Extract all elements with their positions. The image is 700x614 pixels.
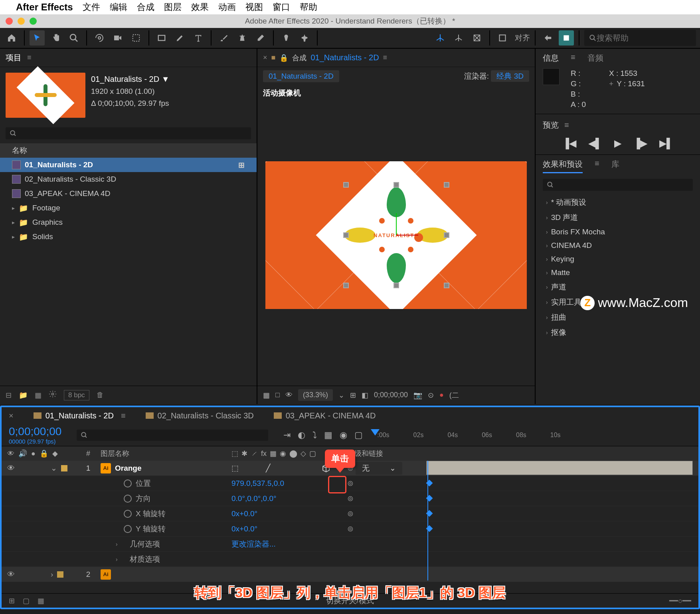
toggle-switches-button[interactable]: ⊞ xyxy=(9,596,15,605)
stopwatch-icon[interactable] xyxy=(124,479,132,487)
viewer-timecode[interactable]: 0;00;00;00 xyxy=(374,391,408,399)
expression-pickwhip-icon[interactable]: ⊚ xyxy=(347,509,354,518)
snapping-checkbox[interactable] xyxy=(495,30,510,46)
project-item[interactable]: 01_Naturalists - 2D ⊞ xyxy=(0,158,257,172)
preview-tab[interactable]: 预览 xyxy=(543,120,559,131)
close-panel-icon[interactable]: × xyxy=(263,53,267,62)
timeline-track-area[interactable] xyxy=(426,461,693,593)
property-value[interactable]: 0x+0.0° xyxy=(231,509,257,518)
puppet-tool[interactable] xyxy=(297,30,312,46)
expression-pickwhip-icon[interactable]: ⊚ xyxy=(347,494,354,503)
stopwatch-icon[interactable] xyxy=(124,495,132,503)
project-search[interactable] xyxy=(6,127,251,139)
lock-icon[interactable]: 🔒 xyxy=(279,53,288,62)
pan-behind-tool[interactable] xyxy=(129,30,144,46)
twirl-icon[interactable]: › xyxy=(51,570,53,579)
draft-3d-button[interactable]: ◐ xyxy=(298,430,305,440)
menu-layer[interactable]: 图层 xyxy=(164,1,182,13)
stopwatch-icon[interactable] xyxy=(124,525,132,533)
color-mgmt-button[interactable]: ● xyxy=(439,391,444,399)
maximize-window-button[interactable] xyxy=(30,18,37,25)
timeline-tab[interactable]: 01_Naturalists - 2D≡ xyxy=(34,411,126,420)
lock-column-icon[interactable]: 🔒 xyxy=(40,449,48,458)
menu-window[interactable]: 窗口 xyxy=(273,1,290,13)
camera-tool[interactable] xyxy=(110,30,125,46)
search-help[interactable] xyxy=(584,30,696,46)
project-item[interactable]: ▸ 📁 Solids xyxy=(0,230,257,244)
minimize-window-button[interactable] xyxy=(18,18,25,25)
mask-toggle-button[interactable]: 👁 xyxy=(285,391,293,399)
first-frame-button[interactable]: ▐◀ xyxy=(562,138,576,149)
roto-brush-tool[interactable] xyxy=(279,30,294,46)
rectangle-tool[interactable] xyxy=(154,30,169,46)
magnification-icon[interactable]: ▦ xyxy=(263,391,270,400)
label-column-icon[interactable]: ◆ xyxy=(52,449,58,458)
renderer-value[interactable]: 经典 3D xyxy=(491,70,529,82)
effects-item[interactable]: ›声道 xyxy=(543,279,693,295)
label-color[interactable] xyxy=(57,571,63,578)
project-comp-title[interactable]: 01_Naturalists - 2D ▼ xyxy=(91,73,170,85)
project-item[interactable]: 02_Naturalists - Classic 3D xyxy=(0,172,257,186)
brush-tool[interactable] xyxy=(216,30,231,46)
menu-composition[interactable]: 合成 xyxy=(137,1,154,13)
effects-presets-tab[interactable]: 效果和预设 xyxy=(543,159,583,173)
search-help-input[interactable] xyxy=(597,34,691,43)
effects-item[interactable]: ›扭曲 xyxy=(543,310,693,325)
selection-tool[interactable] xyxy=(30,30,45,46)
3d-view-axis-button[interactable] xyxy=(469,30,484,46)
library-tab[interactable]: 库 xyxy=(611,159,619,173)
eraser-tool[interactable] xyxy=(253,30,268,46)
timeline-tab[interactable]: 03_APEAK - CINEMA 4D xyxy=(274,411,376,420)
3d-axis-button[interactable] xyxy=(433,30,448,46)
comp-mini-flowchart-button[interactable]: ⇥ xyxy=(283,430,291,440)
prev-frame-button[interactable]: ◀▌ xyxy=(588,138,602,149)
roi-button[interactable]: ◧ xyxy=(362,391,368,400)
3d-local-axis-button[interactable] xyxy=(451,30,466,46)
bpc-button[interactable]: 8 bpc xyxy=(64,390,89,400)
new-folder-button[interactable]: 📁 xyxy=(19,391,28,400)
timeline-tab[interactable]: 02_Naturalists - Classic 3D xyxy=(146,411,254,420)
resolution-button[interactable]: □ xyxy=(275,391,280,399)
menu-file[interactable]: 文件 xyxy=(83,1,100,13)
timeline-search[interactable] xyxy=(77,430,268,441)
video-column-icon[interactable]: 👁 xyxy=(7,450,14,458)
solo-column-icon[interactable]: ● xyxy=(31,450,36,458)
visibility-toggle[interactable]: 👁 xyxy=(7,464,15,473)
info-tab[interactable]: 信息 xyxy=(543,53,559,63)
new-comp-button[interactable]: ▦ xyxy=(35,391,42,400)
quality-switch[interactable]: ╱ xyxy=(266,463,270,473)
project-list-header[interactable]: 名称 xyxy=(0,143,257,158)
shy-switch[interactable]: ⬚ xyxy=(231,463,239,473)
project-settings-button[interactable] xyxy=(49,390,57,400)
timeline-footer-icon[interactable]: ▢ xyxy=(23,596,30,605)
property-value[interactable]: 0x+0.0° xyxy=(231,525,257,533)
motion-blur-button[interactable]: ◉ xyxy=(340,430,347,440)
menu-help[interactable]: 帮助 xyxy=(300,1,317,13)
effects-item[interactable]: ›3D 声道 xyxy=(543,210,693,225)
pen-tool[interactable] xyxy=(172,30,188,46)
property-value[interactable]: 0.0°,0.0°,0.0° xyxy=(231,494,277,503)
play-button[interactable]: ▶ xyxy=(614,138,621,149)
orbit-tool[interactable] xyxy=(92,30,107,46)
expression-pickwhip-icon[interactable]: ⊚ xyxy=(347,525,354,533)
zoom-slider[interactable]: ━━○━━ xyxy=(669,596,691,605)
comp-breadcrumb[interactable]: 01_Naturalists - 2D xyxy=(263,70,339,82)
layer-bar[interactable] xyxy=(426,461,693,475)
panel-menu-icon[interactable]: ≡ xyxy=(383,53,388,62)
hand-tool[interactable] xyxy=(48,30,63,46)
graph-editor-button[interactable]: ▢ xyxy=(354,430,363,440)
playhead-icon[interactable] xyxy=(371,429,380,436)
label-color[interactable] xyxy=(61,465,67,471)
effects-item[interactable]: ›CINEMA 4D xyxy=(543,239,693,252)
flowchart-icon[interactable]: ⊞ xyxy=(238,160,245,170)
effects-search[interactable] xyxy=(543,179,693,191)
close-window-button[interactable] xyxy=(6,18,13,25)
stopwatch-icon[interactable] xyxy=(124,510,132,518)
comp-panel-title[interactable]: 01_Naturalists - 2D xyxy=(310,53,379,62)
app-name[interactable]: After Effects xyxy=(16,2,73,13)
frame-blend-button[interactable]: ▦ xyxy=(324,430,332,440)
y-axis-gizmo[interactable] xyxy=(396,213,397,235)
property-value[interactable]: 979.0,537.5,0.0 xyxy=(231,479,284,488)
audio-column-icon[interactable]: 🔊 xyxy=(18,449,27,458)
timeline-ruler[interactable]: :00s 02s 04s 06s 08s 10s xyxy=(370,432,691,439)
